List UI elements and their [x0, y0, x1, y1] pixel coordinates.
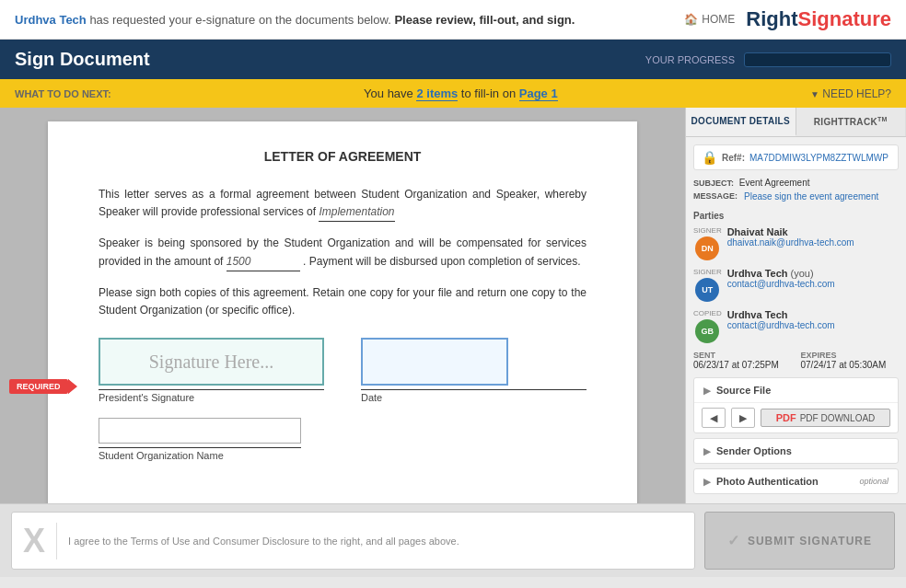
sign-document-title: Sign Document: [15, 49, 150, 70]
date-section: SENT 06/23/17 at 07:25PM EXPIRES 07/24/1…: [693, 351, 899, 370]
party-dhaivat-email: dhaivat.naik@urdhva-tech.com: [727, 237, 854, 248]
ref-box: 🔒 Ref#: MA7DDMIW3LYPM8ZZTWLMWP: [693, 144, 899, 170]
implementation-field: Implementation: [319, 203, 394, 222]
speakers-sig-row: Speakers Signature Date: [99, 489, 587, 503]
party-dhaivat: SIGNER DN Dhaivat Naik dhaivat.naik@urdh…: [693, 226, 899, 260]
expires-value: 07/24/17 at 05:30AM: [801, 360, 900, 370]
party-urdhva-email: contact@urdhva-tech.com: [727, 279, 835, 289]
items-count-link[interactable]: 2 items: [416, 86, 458, 101]
message-value: Please sign the event agreement: [744, 191, 878, 202]
sender-options-section: ▶ Sender Options: [693, 438, 899, 464]
submit-label: SUBMIT SIGNATURE: [748, 535, 872, 548]
party-urdhva-name: Urdhva Tech (you): [727, 268, 835, 279]
date-label-1: Date: [361, 389, 587, 403]
message-label: MESSAGE:: [693, 191, 738, 202]
ref-value: MA7DDMIW3LYPM8ZZTWLMWP: [749, 153, 889, 163]
progress-area: YOUR PROGRESS: [645, 52, 891, 67]
document-page: LETTER OF AGREEMENT This letter serves a…: [48, 121, 637, 503]
progress-bar-outer: [744, 52, 891, 67]
photo-auth-label: Photo Authentication: [716, 476, 819, 487]
amount-field: 1500: [226, 253, 300, 271]
subject-value: Event Agreement: [739, 178, 810, 188]
student-org-label: Student Organization Name: [99, 447, 301, 461]
sender-options-label: Sender Options: [716, 445, 792, 456]
party-copied-avatar: GB: [695, 319, 719, 343]
tab-righttrack[interactable]: RIGHTTRACKTM: [796, 108, 907, 136]
document-area[interactable]: REQUIRED LETTER OF AGREEMENT This letter…: [0, 108, 685, 503]
source-file-arrow: ▶: [703, 386, 711, 396]
required-arrow: REQUIRED: [9, 379, 68, 394]
company-name: Urdhva Tech: [15, 13, 87, 27]
sender-options-arrow: ▶: [703, 446, 711, 456]
photo-auth-arrow: ▶: [703, 477, 711, 487]
main-layout: REQUIRED LETTER OF AGREEMENT This letter…: [0, 108, 906, 503]
source-file-nav: ◀ ▶ PDF PDF DOWNLOAD: [694, 402, 898, 432]
paragraph-1: This letter serves as a formal agreement…: [99, 186, 587, 222]
page-link[interactable]: Page 1: [519, 86, 558, 101]
agree-x-char: X: [23, 525, 45, 558]
right-panel: DOCUMENT DETAILS RIGHTTRACKTM 🔒 Ref#: MA…: [685, 108, 906, 503]
pdf-download-btn[interactable]: PDF PDF DOWNLOAD: [761, 409, 890, 427]
pdf-download-label: PDF DOWNLOAD: [800, 413, 876, 423]
party-dhaivat-name: Dhaivat Naik: [727, 226, 854, 237]
submit-check-icon: ✓: [727, 532, 740, 549]
party-urdhva-avatar: UT: [695, 278, 719, 302]
parties-title: Parties: [693, 211, 899, 221]
submit-signature-button[interactable]: ✓ SUBMIT SIGNATURE: [704, 512, 895, 570]
sign-header: Sign Document YOUR PROGRESS: [0, 40, 906, 79]
lock-icon: 🔒: [702, 150, 717, 165]
photo-auth-section: ▶ Photo Authentication optional: [693, 468, 899, 494]
need-help-label: ▼ NEED HELP?: [810, 87, 891, 100]
party-urdhva-badge: SIGNER: [693, 268, 722, 276]
agree-box: X I agree to the Terms of Use and Consum…: [11, 512, 695, 570]
nav-prev-btn[interactable]: ◀: [702, 408, 726, 428]
divider: [56, 523, 57, 559]
president-sig-label: President's Signature: [99, 389, 324, 403]
top-bar: Urdhva Tech has requested your e-signatu…: [0, 0, 906, 40]
pdf-icon: PDF: [776, 412, 796, 423]
right-content: 🔒 Ref#: MA7DDMIW3LYPM8ZZTWLMWP SUBJECT: …: [686, 137, 906, 503]
expires-label: EXPIRES: [801, 351, 900, 360]
sent-value: 06/23/17 at 07:25PM: [693, 360, 792, 370]
photo-auth-header[interactable]: ▶ Photo Authentication optional: [694, 469, 898, 493]
sent-col: SENT 06/23/17 at 07:25PM: [693, 351, 792, 370]
source-file-section: ▶ Source File ◀ ▶ PDF PDF DOWNLOAD: [693, 377, 899, 433]
message-row: MESSAGE: Please sign the event agreement: [693, 191, 899, 202]
nav-next-btn[interactable]: ▶: [731, 408, 755, 428]
party-dhaivat-badge: SIGNER: [693, 226, 722, 235]
top-bar-message: Urdhva Tech has requested your e-signatu…: [15, 13, 575, 27]
student-org-section: Student Organization Name: [99, 418, 587, 461]
top-bar-right: 🏠 HOME RightSignature: [684, 7, 891, 31]
subject-row: SUBJECT: Event Agreement: [693, 178, 899, 188]
photo-auth-optional: optional: [859, 477, 889, 486]
signature-row-1: Signature Here... President's Signature …: [99, 338, 587, 403]
agree-text: I agree to the Terms of Use and Consumer…: [68, 536, 459, 547]
tab-document-details[interactable]: DOCUMENT DETAILS: [686, 108, 796, 136]
expires-col: EXPIRES 07/24/17 at 05:30AM: [801, 351, 900, 370]
sender-options-header[interactable]: ▶ Sender Options: [694, 439, 898, 463]
paragraph-3: Please sign both copies of this agreemen…: [99, 284, 587, 319]
president-sig-col: Signature Here... President's Signature: [99, 338, 324, 403]
ref-label: Ref#:: [722, 153, 745, 163]
footer-links: Consumer Disclosure Terms of Use Privacy…: [693, 499, 899, 503]
next-bar: WHAT TO DO NEXT: You have 2 items to fil…: [0, 79, 906, 108]
date-col-1: Date: [361, 338, 587, 403]
party-copied-name: Urdhva Tech: [727, 309, 835, 320]
rightsignature-logo: RightSignature: [746, 7, 891, 31]
date-field-1[interactable]: [361, 338, 508, 386]
next-bar-message: You have 2 items to fill-in on Page 1: [111, 86, 810, 100]
party-copied-badge: COPIED: [693, 309, 722, 317]
next-bar-label: WHAT TO DO NEXT:: [15, 88, 111, 99]
president-signature-box[interactable]: Signature Here...: [99, 338, 324, 386]
sent-label: SENT: [693, 351, 792, 360]
home-link[interactable]: 🏠 HOME: [684, 13, 735, 26]
source-file-header[interactable]: ▶ Source File: [694, 378, 898, 402]
subject-label: SUBJECT:: [693, 179, 734, 188]
progress-label: YOUR PROGRESS: [645, 54, 735, 65]
document-title: LETTER OF AGREEMENT: [99, 149, 587, 164]
party-urdhva-copied: COPIED GB Urdhva Tech contact@urdhva-tec…: [693, 309, 899, 343]
source-file-label: Source File: [716, 385, 771, 396]
student-org-input[interactable]: [99, 418, 301, 444]
paragraph-2: Speaker is being sponsored by the Studen…: [99, 235, 587, 271]
party-dhaivat-avatar: DN: [695, 236, 719, 260]
